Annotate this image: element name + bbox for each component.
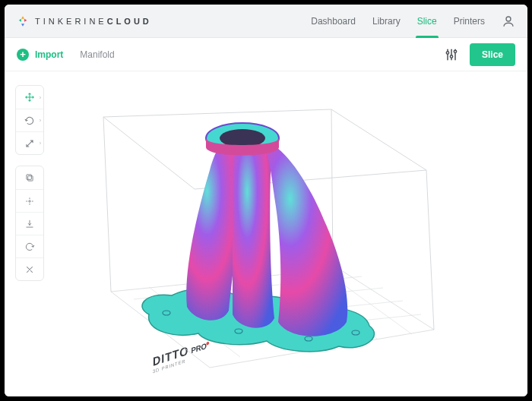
import-label: Import: [35, 49, 63, 60]
svg-point-0: [506, 17, 511, 21]
svg-point-9: [29, 200, 30, 201]
chevron-right-icon: ›: [40, 118, 41, 123]
chevron-right-icon: ›: [40, 141, 41, 146]
svg-point-4: [450, 55, 452, 57]
viewport[interactable]: › › ›: [5, 71, 527, 396]
center-tool[interactable]: [16, 189, 43, 212]
transform-tool-group: › › ›: [15, 85, 44, 155]
plus-icon: +: [17, 49, 29, 61]
nav-printers[interactable]: Printers: [454, 5, 485, 37]
brand-name: TINKERINECLOUD: [35, 17, 152, 26]
left-toolbar: › › ›: [15, 85, 44, 281]
current-filename: Manifold: [80, 49, 114, 60]
nav-slice[interactable]: Slice: [417, 5, 437, 37]
duplicate-tool[interactable]: [16, 166, 43, 189]
model-tube-2: [233, 134, 274, 328]
delete-tool[interactable]: [16, 257, 43, 280]
scene-3d[interactable]: DITTO PRO 3D PRINTER: [5, 71, 527, 396]
scale-tool[interactable]: ›: [16, 131, 43, 154]
rotate-tool[interactable]: ›: [16, 109, 43, 131]
user-icon[interactable]: [502, 14, 515, 28]
top-nav: Dashboard Library Slice Printers: [311, 5, 515, 37]
drop-to-bed-tool[interactable]: [16, 212, 43, 235]
undo-tool[interactable]: [16, 235, 43, 257]
svg-rect-7: [28, 176, 33, 181]
app-header: TINKERINECLOUD Dashboard Library Slice P…: [5, 5, 527, 38]
action-bar: + Import Manifold Slice: [5, 38, 527, 71]
edit-tool-group: [15, 166, 44, 281]
nav-library[interactable]: Library: [372, 5, 401, 37]
brand-logo-icon: [17, 15, 29, 27]
import-button[interactable]: + Import: [17, 49, 63, 61]
svg-point-6: [454, 50, 456, 52]
nav-dashboard[interactable]: Dashboard: [311, 5, 356, 37]
brand: TINKERINECLOUD: [17, 15, 152, 27]
chevron-right-icon: ›: [40, 95, 41, 100]
move-tool[interactable]: ›: [16, 86, 43, 109]
slice-button[interactable]: Slice: [470, 43, 515, 66]
settings-icon[interactable]: [444, 47, 459, 62]
svg-rect-8: [27, 175, 31, 179]
svg-point-2: [446, 51, 448, 53]
